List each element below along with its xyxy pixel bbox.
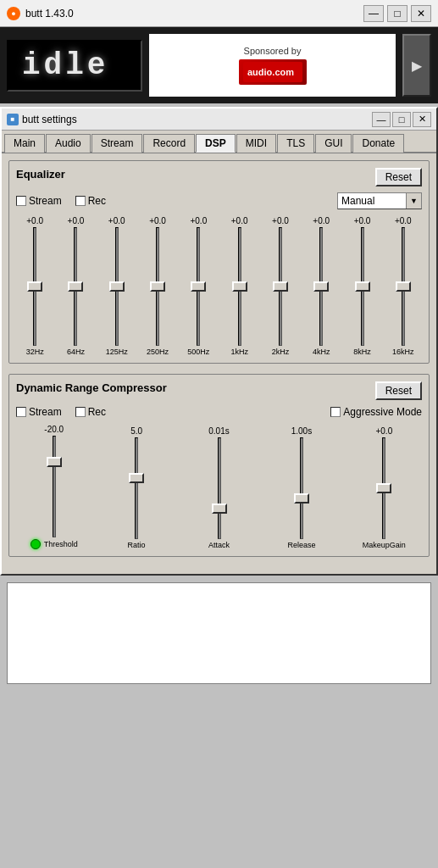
tab-gui[interactable]: GUI <box>315 134 352 153</box>
eq-slider-thumb-7[interactable] <box>313 281 329 292</box>
drc-rec-label: Rec <box>88 406 106 418</box>
drc-slider-thumb-3[interactable] <box>294 493 309 504</box>
settings-icon: ■ <box>7 114 19 125</box>
tab-tls[interactable]: TLS <box>277 134 314 153</box>
eq-slider-col-8: +0.08kHz <box>343 216 380 356</box>
eq-reset-button[interactable]: Reset <box>375 168 422 186</box>
eq-slider-track-7[interactable] <box>319 227 323 346</box>
eq-slider-thumb-9[interactable] <box>396 281 411 292</box>
eq-slider-thumb-1[interactable] <box>68 281 83 292</box>
title-bar-left: ● butt 1.43.0 <box>7 7 74 20</box>
eq-slider-value-8: +0.0 <box>354 216 371 225</box>
tab-midi[interactable]: MIDI <box>236 134 276 153</box>
drc-slider-value-0: -20.0 <box>44 425 64 434</box>
eq-slider-value-0: +0.0 <box>26 216 43 225</box>
app-icon: ● <box>7 7 20 20</box>
tab-stream[interactable]: Stream <box>91 134 143 153</box>
drc-label-row-4: MakeupGain <box>363 541 406 549</box>
drc-slider-value-1: 5.0 <box>130 426 142 436</box>
drc-sliders-container: -20.0Threshold5.0Ratio0.01sAttack1.00sRe… <box>16 425 422 549</box>
eq-slider-label-2: 125Hz <box>106 348 128 356</box>
app-title: butt 1.43.0 <box>25 8 74 19</box>
eq-slider-value-3: +0.0 <box>149 216 166 225</box>
drc-slider-track-3[interactable] <box>300 437 303 539</box>
eq-slider-track-3[interactable] <box>156 227 159 346</box>
tab-main[interactable]: Main <box>4 134 45 153</box>
settings-title: butt settings <box>22 114 77 125</box>
drc-slider-track-2[interactable] <box>218 437 221 539</box>
drc-slider-label-3: Release <box>287 541 315 549</box>
eq-check-row: Stream Rec Manual ▼ <box>16 192 422 209</box>
eq-slider-thumb-6[interactable] <box>273 281 288 292</box>
tab-donate[interactable]: Donate <box>352 134 404 153</box>
close-button[interactable]: ✕ <box>411 5 431 22</box>
eq-slider-track-1[interactable] <box>74 227 77 346</box>
eq-slider-track-9[interactable] <box>402 227 405 346</box>
settings-title-bar: ■ butt settings — □ ✕ <box>2 108 436 131</box>
settings-maximize-button[interactable]: □ <box>392 112 411 127</box>
drc-slider-track-0[interactable] <box>53 436 56 537</box>
eq-slider-thumb-3[interactable] <box>150 281 165 292</box>
drc-aggressive-checkbox[interactable] <box>330 407 341 417</box>
drc-slider-thumb-2[interactable] <box>212 504 227 514</box>
eq-slider-track-0[interactable] <box>33 227 36 346</box>
eq-stream-check-item: Stream <box>16 195 62 207</box>
drc-slider-track-1[interactable] <box>135 437 138 539</box>
eq-slider-track-6[interactable] <box>279 227 282 346</box>
tab-dsp[interactable]: DSP <box>196 134 236 153</box>
maximize-button[interactable]: □ <box>387 5 408 22</box>
drc-slider-value-3: 1.00s <box>291 426 312 436</box>
eq-slider-value-9: +0.0 <box>395 216 412 225</box>
play-button[interactable]: ▶ <box>402 34 431 97</box>
drc-label-row-3: Release <box>287 541 315 549</box>
sponsor-text: Sponsored by <box>244 46 302 56</box>
eq-slider-value-1: +0.0 <box>68 216 85 225</box>
eq-slider-track-4[interactable] <box>197 227 200 346</box>
sponsor-logo: audio.com <box>239 59 307 85</box>
tabs-bar: MainAudioStreamRecordDSPMIDITLSGUIDonate <box>2 131 436 153</box>
drc-slider-track-4[interactable] <box>382 437 385 539</box>
settings-minimize-button[interactable]: — <box>372 112 391 127</box>
eq-slider-value-2: +0.0 <box>108 216 125 225</box>
drc-slider-thumb-4[interactable] <box>376 483 391 493</box>
drc-rec-checkbox[interactable] <box>75 407 86 417</box>
tab-record[interactable]: Record <box>143 134 195 153</box>
eq-slider-track-2[interactable] <box>115 227 119 346</box>
drc-stream-checkbox[interactable] <box>16 407 26 417</box>
eq-header: Equalizer Reset <box>16 168 422 187</box>
tab-audio[interactable]: Audio <box>46 134 91 153</box>
eq-slider-col-7: +0.04kHz <box>302 216 340 356</box>
eq-slider-label-8: 8kHz <box>353 348 371 356</box>
eq-slider-thumb-8[interactable] <box>355 281 370 292</box>
eq-slider-thumb-5[interactable] <box>232 281 247 292</box>
drc-stream-check-item: Stream <box>16 406 62 418</box>
eq-preset-dropdown[interactable]: Manual ▼ <box>337 192 422 209</box>
drc-slider-thumb-1[interactable] <box>129 473 144 483</box>
eq-slider-col-1: +0.064Hz <box>57 216 94 356</box>
eq-slider-track-5[interactable] <box>238 227 241 346</box>
minimize-button[interactable]: — <box>363 5 384 22</box>
eq-slider-thumb-2[interactable] <box>109 281 125 292</box>
eq-rec-checkbox[interactable] <box>75 196 86 206</box>
drc-aggressive-label: Aggressive Mode <box>343 406 422 418</box>
drc-stream-label: Stream <box>29 406 62 418</box>
eq-slider-value-4: +0.0 <box>190 216 207 225</box>
eq-slider-value-7: +0.0 <box>313 216 330 225</box>
settings-controls: — □ ✕ <box>372 112 431 127</box>
eq-slider-label-5: 1kHz <box>230 348 248 356</box>
eq-stream-label: Stream <box>29 195 62 207</box>
eq-slider-col-9: +0.016kHz <box>385 216 422 356</box>
drc-slider-col-0: -20.0Threshold <box>16 425 91 549</box>
eq-slider-track-8[interactable] <box>361 227 364 346</box>
eq-slider-thumb-0[interactable] <box>27 281 42 292</box>
settings-close-button[interactable]: ✕ <box>413 112 431 127</box>
drc-title: Dynamic Range Compressor <box>16 381 167 394</box>
drc-slider-col-4: +0.0MakeupGain <box>347 426 422 549</box>
drc-slider-thumb-0[interactable] <box>47 457 62 467</box>
drc-slider-col-2: 0.01sAttack <box>181 426 257 549</box>
eq-stream-checkbox[interactable] <box>16 196 26 206</box>
eq-slider-label-4: 500Hz <box>187 348 209 356</box>
main-app-area: idle Sponsored by audio.com ▶ <box>0 27 438 103</box>
eq-slider-thumb-4[interactable] <box>191 281 206 292</box>
drc-reset-button[interactable]: Reset <box>375 381 422 400</box>
